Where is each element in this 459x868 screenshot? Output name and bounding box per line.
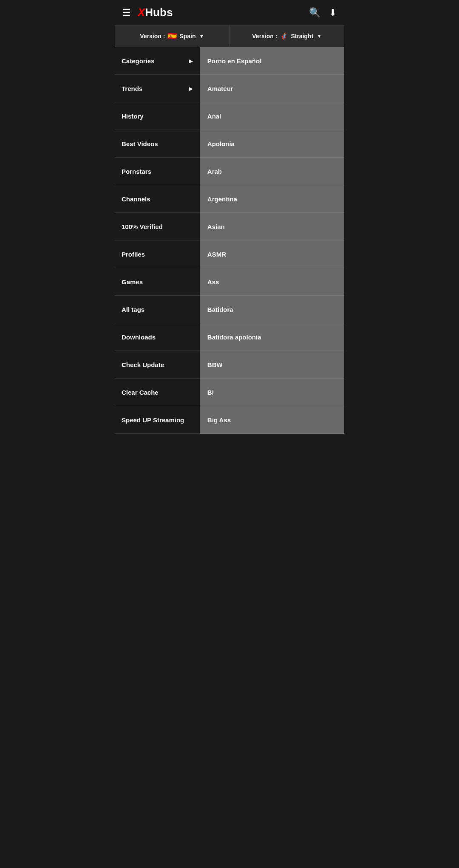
right-menu-item[interactable]: Arab [200, 158, 344, 185]
left-menu-item-label: Categories [122, 57, 155, 65]
search-icon[interactable]: 🔍 [309, 7, 320, 18]
content-version-selector[interactable]: Version : 🦸 Straight ▼ [230, 25, 345, 47]
right-menu-item-label: Batidora apolonia [207, 334, 261, 341]
left-menu: Categories▶Trends▶HistoryBest VideosPorn… [115, 47, 200, 434]
left-menu-item[interactable]: Check Update [115, 351, 200, 379]
left-menu-item[interactable]: Categories▶ [115, 47, 200, 75]
right-menu-item[interactable]: Ass [200, 268, 344, 296]
right-menu: Porno en EspañolAmateurAnalApoloniaArabA… [200, 47, 344, 434]
left-menu-item-label: History [122, 113, 144, 120]
right-menu-item-label: Ass [207, 278, 219, 286]
right-menu-item[interactable]: Asian [200, 213, 344, 240]
right-menu-item-label: BBW [207, 361, 223, 368]
header-left: ☰ XHubs [122, 6, 173, 19]
logo-hubs: Hubs [145, 6, 173, 19]
hamburger-icon[interactable]: ☰ [122, 8, 131, 17]
left-menu-item[interactable]: Clear Cache [115, 379, 200, 406]
right-menu-item-label: Big Ass [207, 416, 231, 424]
version-bar: Version : 🇪🇸 Spain ▼ Version : 🦸 Straigh… [115, 25, 344, 47]
left-menu-item[interactable]: Trends▶ [115, 75, 200, 102]
main-menu: Categories▶Trends▶HistoryBest VideosPorn… [115, 47, 344, 434]
content-type-name: Straight [291, 33, 313, 40]
left-menu-item[interactable]: Games [115, 268, 200, 296]
right-menu-item[interactable]: Amateur [200, 75, 344, 102]
right-menu-item[interactable]: Argentina [200, 185, 344, 213]
right-menu-item[interactable]: Batidora [200, 296, 344, 323]
download-icon[interactable]: ⬇ [329, 7, 337, 18]
left-menu-item[interactable]: Best Videos [115, 130, 200, 158]
region-chevron-icon: ▼ [199, 33, 204, 39]
version-label-region: Version : [140, 33, 165, 40]
right-menu-item-label: Anal [207, 113, 221, 120]
left-menu-item[interactable]: Pornstars [115, 158, 200, 185]
left-menu-item[interactable]: History [115, 102, 200, 130]
header: ☰ XHubs 🔍 ⬇ [115, 0, 344, 25]
right-menu-item-label: Argentina [207, 195, 237, 203]
right-menu-item[interactable]: Big Ass [200, 406, 344, 434]
right-menu-item[interactable]: ASMR [200, 240, 344, 268]
left-menu-item-label: Check Update [122, 361, 164, 368]
right-menu-item[interactable]: Anal [200, 102, 344, 130]
left-menu-item[interactable]: Channels [115, 185, 200, 213]
region-flag: 🇪🇸 [167, 31, 177, 41]
right-menu-item-label: Asian [207, 223, 225, 230]
right-arrow-icon: ▶ [189, 58, 193, 64]
left-menu-item-label: Speed UP Streaming [122, 416, 184, 424]
left-menu-item-label: Profiles [122, 251, 145, 258]
region-version-selector[interactable]: Version : 🇪🇸 Spain ▼ [115, 25, 230, 47]
left-menu-item-label: Best Videos [122, 140, 158, 147]
right-menu-item[interactable]: Porno en Español [200, 47, 344, 75]
app-logo: XHubs [138, 6, 173, 19]
left-menu-item[interactable]: Profiles [115, 240, 200, 268]
right-menu-item-label: Apolonia [207, 140, 235, 147]
right-menu-item-label: Bi [207, 389, 214, 396]
right-menu-item-label: Porno en Español [207, 57, 262, 65]
right-menu-item[interactable]: Batidora apolonia [200, 323, 344, 351]
right-menu-item-label: ASMR [207, 251, 226, 258]
left-menu-item-label: Channels [122, 195, 150, 203]
region-name: Spain [179, 33, 196, 40]
left-menu-item-label: 100% Verified [122, 223, 163, 230]
right-menu-item[interactable]: Apolonia [200, 130, 344, 158]
left-menu-item[interactable]: 100% Verified [115, 213, 200, 240]
content-chevron-icon: ▼ [317, 33, 322, 39]
right-menu-item-label: Arab [207, 168, 222, 175]
left-menu-item-label: Games [122, 278, 143, 286]
logo-x: X [138, 6, 145, 19]
content-type-icon: 🦸 [280, 32, 288, 40]
version-label-content: Version : [252, 33, 277, 40]
right-arrow-icon: ▶ [189, 85, 193, 92]
right-menu-item-label: Batidora [207, 306, 233, 313]
left-menu-item-label: Pornstars [122, 168, 151, 175]
left-menu-item-label: Clear Cache [122, 389, 159, 396]
right-menu-item-label: Amateur [207, 85, 233, 92]
right-menu-item[interactable]: BBW [200, 351, 344, 379]
left-menu-item-label: All tags [122, 306, 144, 313]
header-right: 🔍 ⬇ [309, 7, 337, 18]
left-menu-item[interactable]: Speed UP Streaming [115, 406, 200, 434]
right-menu-item[interactable]: Bi [200, 379, 344, 406]
left-menu-item-label: Trends [122, 85, 142, 92]
left-menu-item[interactable]: All tags [115, 296, 200, 323]
left-menu-item[interactable]: Downloads [115, 323, 200, 351]
left-menu-item-label: Downloads [122, 334, 156, 341]
